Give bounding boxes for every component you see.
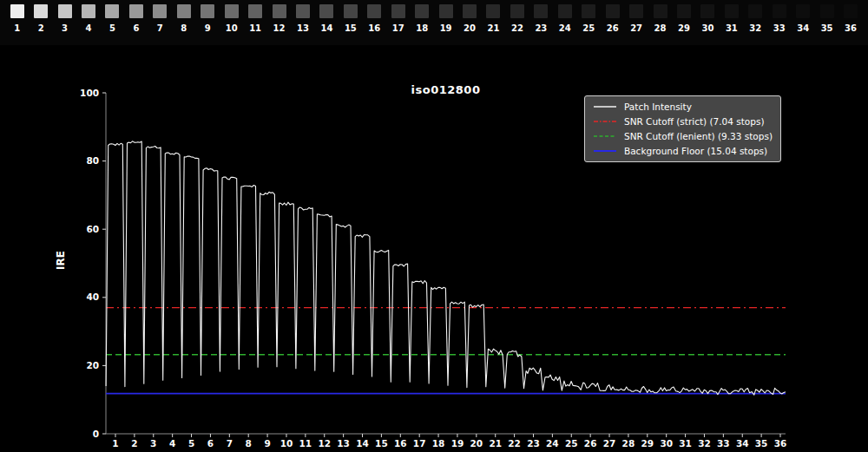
ire-chart: 0204060801001234567891011121314151617181… [0, 45, 868, 452]
x-tick-label: 5 [188, 438, 194, 449]
patch-thumbnail [606, 4, 620, 18]
x-tick-label: 15 [375, 438, 388, 449]
patch-cell: 7 [148, 4, 172, 33]
patch-cell: 22 [505, 4, 529, 33]
patch-number: 12 [273, 24, 286, 33]
patch-thumbnail [844, 4, 858, 18]
patch-thumbnail [34, 4, 48, 18]
x-tick-label: 30 [660, 438, 673, 449]
patch-thumbnail [248, 4, 262, 18]
patch-number: 28 [654, 24, 667, 33]
patch-cell: 28 [648, 4, 672, 33]
x-tick-label: 2 [131, 438, 137, 449]
patch-cell: 21 [482, 4, 505, 33]
x-tick-label: 18 [432, 438, 445, 449]
legend-entry: Patch Intensity [593, 101, 773, 113]
patch-thumbnail [391, 4, 405, 18]
legend-entry: SNR Cutoff (lenient) (9.33 stops) [593, 130, 773, 142]
patch-thumbnail [582, 4, 595, 18]
patch-cell: 11 [243, 4, 266, 33]
x-tick-label: 11 [299, 438, 312, 449]
patch-cell: 36 [838, 4, 862, 33]
x-tick-label: 7 [227, 438, 233, 449]
x-tick-label: 31 [679, 438, 692, 449]
patch-cell: 19 [434, 4, 457, 33]
x-tick-label: 6 [207, 438, 214, 449]
x-tick-label: 24 [546, 438, 559, 449]
patch-cell: 34 [791, 4, 814, 33]
x-tick-label: 33 [717, 438, 730, 449]
legend-label: SNR Cutoff (strict) (7.04 stops) [624, 116, 765, 127]
patch-cell: 29 [672, 4, 695, 33]
patch-thumbnail [748, 4, 762, 18]
legend-label: Background Floor (15.04 stops) [624, 146, 767, 156]
legend-line-sample [593, 102, 617, 111]
patch-thumbnail [558, 4, 572, 18]
x-tick-label: 13 [337, 438, 350, 449]
patch-thumbnail [486, 4, 500, 18]
patch-cell: 26 [601, 4, 624, 33]
patch-cell: 4 [76, 4, 100, 33]
x-tick-label: 12 [318, 438, 331, 449]
patch-number: 18 [416, 24, 428, 33]
patch-thumbnail [201, 4, 214, 18]
patch-cell: 24 [553, 4, 576, 33]
patch-cell: 5 [101, 4, 124, 33]
patch-number: 23 [535, 24, 547, 33]
y-tick-label: 80 [86, 155, 99, 166]
x-tick-label: 17 [413, 438, 426, 449]
patch-filmstrip: 1234567891011121314151617181920212223242… [0, 0, 868, 46]
patch-thumbnail [654, 4, 667, 18]
y-tick-label: 60 [86, 224, 99, 234]
patch-cell: 32 [744, 4, 767, 33]
patch-thumbnail [773, 4, 786, 18]
patch-cell: 8 [172, 4, 195, 33]
patch-number: 15 [345, 24, 357, 33]
patch-number: 29 [678, 24, 690, 33]
patch-thumbnail [629, 4, 643, 18]
patch-cell: 30 [696, 4, 720, 33]
patch-thumbnail [225, 4, 239, 18]
patch-thumbnail [820, 4, 834, 18]
patch-number: 10 [226, 24, 238, 33]
legend: Patch IntensitySNR Cutoff (strict) (7.04… [584, 95, 781, 162]
x-tick-label: 25 [565, 438, 578, 449]
patch-cell: 9 [196, 4, 220, 33]
patch-thumbnail [10, 4, 24, 18]
patch-number: 33 [773, 24, 786, 33]
patch-number: 4 [86, 24, 92, 33]
patch-cell: 6 [124, 4, 148, 33]
patch-thumbnail [510, 4, 524, 18]
patch-cell: 17 [386, 4, 410, 33]
patch-number: 34 [797, 24, 809, 33]
patch-number: 25 [582, 24, 595, 33]
x-tick-label: 4 [169, 438, 175, 449]
patch-number: 9 [205, 24, 211, 33]
patch-number: 3 [62, 24, 68, 33]
patch-thumbnail [700, 4, 714, 18]
x-tick-label: 28 [622, 438, 635, 449]
dynamic-range-analysis-screen: 1234567891011121314151617181920212223242… [0, 0, 868, 452]
patch-cell: 20 [457, 4, 481, 33]
x-tick-label: 35 [755, 438, 768, 449]
y-tick-label: 40 [86, 292, 99, 302]
y-tick-label: 0 [93, 429, 99, 439]
patch-cell: 14 [315, 4, 339, 33]
patch-number: 6 [133, 24, 139, 33]
patch-number: 11 [249, 24, 261, 33]
x-tick-label: 3 [150, 438, 156, 449]
x-tick-label: 21 [489, 438, 502, 449]
patch-thumbnail [296, 4, 310, 18]
x-tick-label: 20 [470, 438, 483, 449]
patch-number: 24 [559, 24, 571, 33]
patch-thumbnail [319, 4, 333, 18]
x-tick-label: 36 [774, 438, 787, 449]
patch-thumbnail [105, 4, 119, 18]
patch-thumbnail [463, 4, 477, 18]
legend-line-sample [593, 132, 617, 141]
patch-number: 19 [440, 24, 452, 33]
patch-thumbnail [129, 4, 143, 18]
patch-number: 14 [320, 24, 332, 33]
patch-cell: 1 [5, 4, 29, 33]
patch-cell: 16 [363, 4, 386, 33]
